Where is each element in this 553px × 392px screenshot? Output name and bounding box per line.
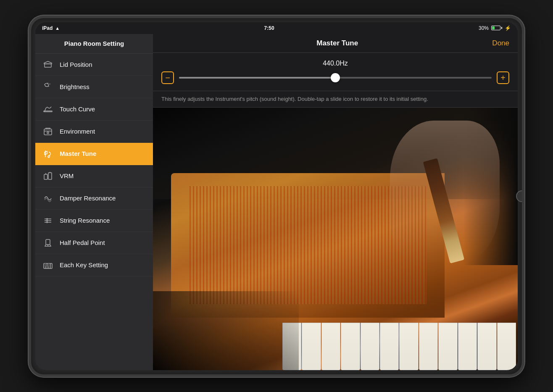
battery-indicator [491, 26, 502, 30]
home-button[interactable] [516, 190, 524, 202]
sidebar-item-master-tune[interactable]: Master Tune [35, 143, 153, 165]
each-key-setting-icon [42, 259, 54, 271]
white-key-4 [341, 323, 360, 370]
svg-rect-15 [46, 239, 50, 245]
plus-button[interactable]: + [497, 71, 509, 84]
string-resonance-icon [42, 215, 54, 226]
battery-percent: 30% [479, 25, 489, 31]
master-tune-icon [42, 148, 54, 160]
white-key-10 [458, 323, 477, 370]
white-key-3 [321, 323, 340, 370]
svg-rect-0 [45, 64, 51, 67]
status-bar: iPad ▲ 7:50 30% ⚡ [35, 22, 518, 34]
tune-description: This finely adjusts the Instrument's pit… [153, 91, 518, 108]
slider-thumb[interactable] [331, 73, 340, 82]
svg-point-7 [48, 156, 50, 158]
damper-resonance-icon [42, 192, 54, 204]
piano-overlay [153, 108, 518, 370]
sidebar-item-lid-position[interactable]: Lid Position [35, 54, 153, 76]
white-key-5 [361, 323, 379, 370]
sidebar: Piano Room Setting Lid Position [35, 34, 153, 370]
bottom-shadow [153, 291, 299, 370]
piano-visual [153, 108, 518, 370]
tune-control: 440.0Hz − + [153, 53, 518, 91]
battery-tip [501, 27, 502, 29]
sidebar-item-each-key-setting[interactable]: Each Key Setting [35, 254, 153, 276]
piano-image-area [153, 108, 518, 370]
environment-icon [42, 126, 54, 137]
brightness-icon [42, 81, 54, 93]
right-panel: Master Tune Done 440.0Hz − + [153, 34, 518, 370]
sidebar-title: Piano Room Setting [64, 40, 124, 47]
sidebar-item-lid-position-label: Lid Position [60, 61, 92, 68]
white-key-11 [477, 323, 496, 370]
white-key-12 [497, 323, 516, 370]
status-left: iPad ▲ [42, 25, 60, 31]
main-content: Piano Room Setting Lid Position [35, 34, 518, 370]
vrm-icon [42, 170, 54, 182]
minus-button[interactable]: − [161, 71, 174, 84]
svg-rect-8 [44, 174, 47, 179]
wifi-icon: ▲ [55, 26, 60, 31]
sidebar-item-half-pedal-point-label: Half Pedal Point [60, 239, 105, 246]
sidebar-item-environment-label: Environment [60, 128, 95, 135]
svg-rect-9 [48, 173, 52, 179]
ipad-frame: iPad ▲ 7:50 30% ⚡ Piano Room Settin [29, 16, 524, 377]
sidebar-item-brightness-label: Brightness [60, 83, 90, 90]
sidebar-item-string-resonance-label: String Resonance [60, 217, 110, 224]
sidebar-item-brightness[interactable]: Brightness [35, 76, 153, 98]
sidebar-item-vrm-label: VRM [60, 172, 74, 179]
slider-track[interactable] [179, 77, 492, 79]
sidebar-item-half-pedal-point[interactable]: Half Pedal Point [35, 232, 153, 254]
battery-outline [491, 26, 500, 30]
white-key-2 [302, 323, 321, 370]
white-key-7 [399, 323, 418, 370]
sidebar-item-environment[interactable]: Environment [35, 121, 153, 143]
touch-curve-icon [42, 103, 54, 115]
sidebar-item-each-key-setting-label: Each Key Setting [60, 261, 108, 268]
charging-icon: ⚡ [505, 25, 511, 31]
sidebar-item-touch-curve[interactable]: Touch Curve [35, 98, 153, 121]
main-title: Master Tune [182, 39, 492, 47]
status-time: 7:50 [264, 25, 274, 31]
svg-line-2 [50, 84, 50, 84]
white-key-9 [438, 323, 457, 370]
svg-rect-22 [45, 263, 46, 266]
tune-value-display: 440.0Hz [161, 60, 509, 67]
status-right: 30% ⚡ [479, 25, 511, 31]
sidebar-header: Piano Room Setting [35, 34, 153, 54]
sidebar-item-string-resonance[interactable]: String Resonance [35, 210, 153, 232]
svg-point-6 [47, 132, 49, 134]
piano-keys [281, 323, 518, 370]
slider-row: − + [161, 71, 509, 84]
lid-icon [42, 59, 54, 71]
white-key-6 [380, 323, 399, 370]
battery-fill [492, 26, 495, 29]
slider-fill [179, 77, 335, 79]
sidebar-item-touch-curve-label: Touch Curve [60, 105, 95, 113]
ipad-label: iPad [42, 25, 53, 31]
svg-rect-23 [48, 263, 50, 266]
sidebar-item-vrm[interactable]: VRM [35, 165, 153, 187]
white-key-8 [419, 323, 438, 370]
right-header: Master Tune Done [153, 34, 518, 53]
done-button[interactable]: Done [492, 39, 509, 47]
sidebar-item-damper-resonance[interactable]: Damper Resonance [35, 187, 153, 210]
half-pedal-point-icon [42, 237, 54, 249]
sidebar-item-master-tune-label: Master Tune [60, 150, 96, 157]
device-screen: iPad ▲ 7:50 30% ⚡ Piano Room Settin [35, 22, 518, 370]
sidebar-item-damper-resonance-label: Damper Resonance [60, 195, 116, 202]
